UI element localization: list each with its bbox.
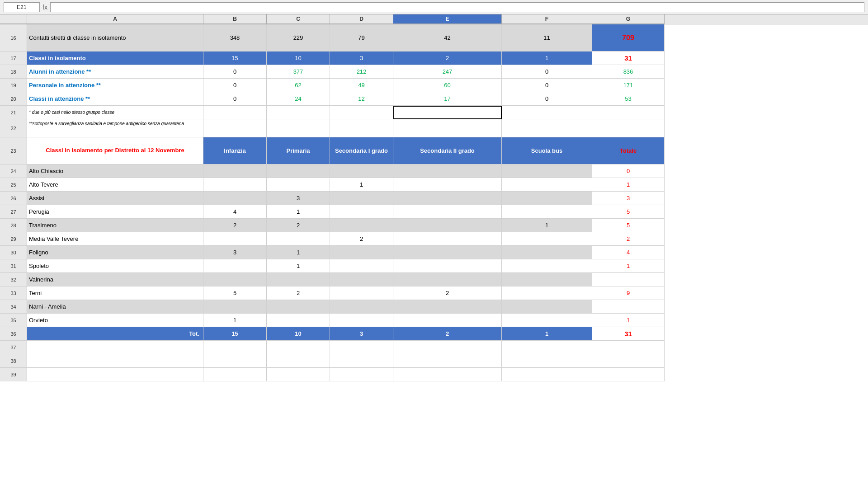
cell-23-b[interactable]: Infanzia (203, 137, 267, 164)
cell-35-d[interactable] (330, 314, 393, 327)
cell-31-d[interactable] (330, 259, 393, 273)
cell-16-c[interactable]: 229 (267, 24, 330, 52)
cell-18-a[interactable]: Alunni in attenzione ** (27, 65, 203, 79)
cell-30-d[interactable] (330, 246, 393, 259)
cell-37-g[interactable] (592, 341, 665, 354)
cell-17-c[interactable]: 10 (267, 52, 330, 65)
cell-20-e[interactable]: 17 (393, 92, 502, 106)
cell-30-a[interactable]: Foligno (27, 246, 203, 259)
cell-17-f[interactable]: 1 (502, 52, 592, 65)
cell-29-d[interactable]: 2 (330, 232, 393, 246)
cell-34-d[interactable] (330, 300, 393, 314)
cell-28-b[interactable]: 2 (203, 219, 267, 232)
col-header-b[interactable]: B (203, 14, 267, 24)
cell-32-a[interactable]: Valnerina (27, 273, 203, 286)
cell-29-a[interactable]: Media Valle Tevere (27, 232, 203, 246)
cell-36-f[interactable]: 1 (502, 327, 592, 341)
cell-33-g[interactable]: 9 (592, 286, 665, 300)
cell-36-e[interactable]: 2 (393, 327, 502, 341)
cell-20-c[interactable]: 24 (267, 92, 330, 106)
cell-18-e[interactable]: 247 (393, 65, 502, 79)
cell-18-g[interactable]: 836 (592, 65, 665, 79)
cell-28-a[interactable]: Trasimeno (27, 219, 203, 232)
cell-18-d[interactable]: 212 (330, 65, 393, 79)
cell-21-e[interactable] (393, 106, 502, 119)
cell-29-f[interactable] (502, 232, 592, 246)
cell-31-f[interactable] (502, 259, 592, 273)
cell-18-c[interactable]: 377 (267, 65, 330, 79)
cell-39-f[interactable] (502, 368, 592, 381)
cell-37-c[interactable] (267, 341, 330, 354)
cell-25-f[interactable] (502, 178, 592, 192)
cell-31-a[interactable]: Spoleto (27, 259, 203, 273)
cell-22-a[interactable]: **sottoposte a sorveglianza sanitaria e … (27, 119, 203, 137)
col-header-c[interactable]: C (267, 14, 330, 24)
cell-20-b[interactable]: 0 (203, 92, 267, 106)
cell-35-g[interactable]: 1 (592, 314, 665, 327)
cell-21-b[interactable] (203, 106, 267, 119)
cell-36-d[interactable]: 3 (330, 327, 393, 341)
col-header-f[interactable]: F (502, 14, 592, 24)
cell-27-c[interactable]: 1 (267, 205, 330, 219)
cell-38-b[interactable] (203, 354, 267, 368)
cell-25-b[interactable] (203, 178, 267, 192)
cell-33-a[interactable]: Terni (27, 286, 203, 300)
cell-28-g[interactable]: 5 (592, 219, 665, 232)
cell-32-e[interactable] (393, 273, 502, 286)
cell-31-g[interactable]: 1 (592, 259, 665, 273)
cell-30-g[interactable]: 4 (592, 246, 665, 259)
cell-32-g[interactable] (592, 273, 665, 286)
cell-16-d[interactable]: 79 (330, 24, 393, 52)
name-box[interactable] (4, 2, 40, 12)
cell-22-e[interactable] (393, 119, 502, 137)
cell-33-d[interactable] (330, 286, 393, 300)
cell-32-d[interactable] (330, 273, 393, 286)
col-header-a[interactable]: A (27, 14, 203, 24)
cell-37-f[interactable] (502, 341, 592, 354)
cell-35-a[interactable]: Orvieto (27, 314, 203, 327)
cell-24-g[interactable]: 0 (592, 164, 665, 178)
cell-19-b[interactable]: 0 (203, 79, 267, 92)
cell-20-d[interactable]: 12 (330, 92, 393, 106)
cell-32-f[interactable] (502, 273, 592, 286)
cell-16-a[interactable]: Contatti stretti di classe in isolamento (27, 24, 203, 52)
cell-26-f[interactable] (502, 192, 592, 205)
cell-38-f[interactable] (502, 354, 592, 368)
cell-31-c[interactable]: 1 (267, 259, 330, 273)
cell-27-a[interactable]: Perugia (27, 205, 203, 219)
cell-34-e[interactable] (393, 300, 502, 314)
cell-29-b[interactable] (203, 232, 267, 246)
cell-21-d[interactable] (330, 106, 393, 119)
cell-30-e[interactable] (393, 246, 502, 259)
cell-23-c[interactable]: Primaria (267, 137, 330, 164)
cell-27-b[interactable]: 4 (203, 205, 267, 219)
cell-38-d[interactable] (330, 354, 393, 368)
cell-28-c[interactable]: 2 (267, 219, 330, 232)
cell-38-c[interactable] (267, 354, 330, 368)
cell-26-d[interactable] (330, 192, 393, 205)
cell-20-g[interactable]: 53 (592, 92, 665, 106)
cell-37-b[interactable] (203, 341, 267, 354)
cell-25-e[interactable] (393, 178, 502, 192)
cell-23-e[interactable]: Secondaria II grado (393, 137, 502, 164)
cell-39-d[interactable] (330, 368, 393, 381)
cell-36-c[interactable]: 10 (267, 327, 330, 341)
cell-26-e[interactable] (393, 192, 502, 205)
cell-34-c[interactable] (267, 300, 330, 314)
cell-32-c[interactable] (267, 273, 330, 286)
cell-24-d[interactable] (330, 164, 393, 178)
cell-26-c[interactable]: 3 (267, 192, 330, 205)
cell-39-e[interactable] (393, 368, 502, 381)
cell-26-a[interactable]: Assisi (27, 192, 203, 205)
cell-24-a[interactable]: Alto Chiascio (27, 164, 203, 178)
cell-35-b[interactable]: 1 (203, 314, 267, 327)
cell-28-f[interactable]: 1 (502, 219, 592, 232)
cell-29-e[interactable] (393, 232, 502, 246)
cell-32-b[interactable] (203, 273, 267, 286)
cell-29-c[interactable] (267, 232, 330, 246)
cell-35-f[interactable] (502, 314, 592, 327)
cell-18-f[interactable]: 0 (502, 65, 592, 79)
cell-33-f[interactable] (502, 286, 592, 300)
cell-25-d[interactable]: 1 (330, 178, 393, 192)
cell-25-g[interactable]: 1 (592, 178, 665, 192)
